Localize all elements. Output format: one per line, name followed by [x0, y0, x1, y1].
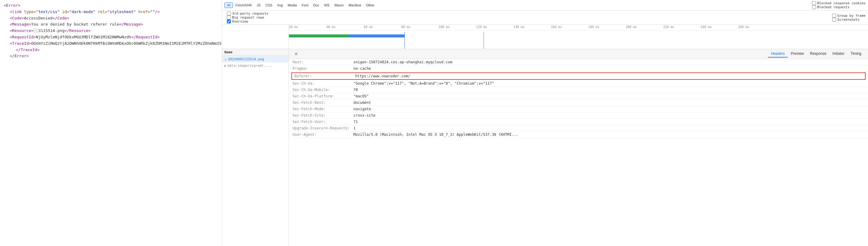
- xml-line-1: <link type="text/css" id="dark-mode" rel…: [4, 9, 218, 15]
- tab-response[interactable]: Response: [807, 50, 829, 57]
- header-row-secchuaplatform: Sec-Ch-Ua-Platform:"macOS": [289, 93, 868, 100]
- filter-checkboxes-right: Blocked response cookiesBlocked requests: [810, 1, 866, 9]
- header-field-value: Mozilla/5.0 (Macintosh; Intel Mac OS X 1…: [353, 132, 864, 137]
- tab-headers[interactable]: Headers: [768, 50, 788, 58]
- header-field-value: cross-site: [353, 113, 864, 117]
- filter-btn-media[interactable]: Media: [285, 2, 299, 8]
- header-row-secchua: Sec-Ch-Ua:"Google Chrome";v="117", "Not;…: [289, 80, 868, 87]
- ruler-tick-8: 180 ms: [589, 25, 599, 29]
- headers-panel: ✕ HeadersPreviewResponseInitiatorTiming …: [289, 49, 868, 246]
- header-row-referer: Referer:https://www.nowcoder.com/: [291, 73, 866, 80]
- bottom-area: Name ⚠ 20230903115514.png ▶ data:image/s…: [222, 49, 868, 246]
- filter-btn-css[interactable]: CSS: [263, 2, 275, 8]
- timeline-area: 20 ms40 ms60 ms80 ms100 ms120 ms140 ms16…: [222, 25, 868, 49]
- name-row-svg[interactable]: ▶ data:image/svg+xml,...: [222, 62, 289, 69]
- tab-timing[interactable]: Timing: [847, 50, 864, 57]
- checkbox-overview[interactable]: Overview: [227, 20, 268, 23]
- header-field-value: snigen-150724824.cos.ap-shanghai.myqclou…: [353, 60, 864, 64]
- header-row-useragent: User-Agent:Mozilla/5.0 (Macintosh; Intel…: [289, 132, 868, 138]
- checkbox-blocked-requests[interactable]: Blocked requests: [812, 5, 866, 9]
- expand-arrow-icon: ▶: [224, 64, 226, 67]
- checkbox-group-by-frame[interactable]: Group by frame: [832, 14, 866, 18]
- ruler-tick-6: 140 ms: [514, 25, 524, 29]
- filter-btn-fetch/xhr[interactable]: Fetch/XHR: [233, 2, 254, 8]
- filter-btn-img[interactable]: Img: [275, 2, 285, 8]
- tab-initiator[interactable]: Initiator: [829, 50, 847, 57]
- timeline-bars: [289, 32, 868, 49]
- ruler-tick-7: 160 ms: [551, 25, 562, 29]
- xml-line-6: <TraceId>OGVmYzZiMmQzYjA2OWNhODk0NTRkMTB…: [4, 40, 218, 47]
- xml-line-0: <Error>: [4, 2, 218, 9]
- name-row-label-png: 20230903115514.png: [228, 57, 264, 61]
- header-field-name: Sec-Fetch-Site:: [292, 113, 353, 117]
- header-field-name: Upgrade-Insecure-Requests:: [292, 126, 353, 130]
- filter-btn-ws[interactable]: WS: [321, 2, 332, 8]
- ruler-tick-9: 200 ms: [626, 25, 637, 29]
- filter-toolbar: AllFetch/XHRJSCSSImgMediaFontDocWSWasmMa…: [222, 0, 868, 11]
- header-row-pragma: Pragma:no-cache: [289, 65, 868, 72]
- header-row-secchuamobile: Sec-Ch-Ua-Mobile:?0: [289, 87, 868, 93]
- header-field-value: 1: [353, 126, 864, 130]
- timeline-chart: 20 ms40 ms60 ms80 ms100 ms120 ms140 ms16…: [289, 25, 868, 49]
- ruler-tick-0: 20 ms: [289, 25, 298, 29]
- filter-btn-js[interactable]: JS: [254, 2, 263, 8]
- filter-btn-font[interactable]: Font: [299, 2, 311, 8]
- headers-tabs: HeadersPreviewResponseInitiatorTiming: [768, 50, 864, 58]
- filter-checkboxes-group-frame: Group by frameScreenshots: [830, 14, 866, 22]
- xml-line-2: <Code>AccessDenied</Code>: [4, 15, 218, 22]
- xml-panel: <Error> <link type="text/css" id="dark-m…: [0, 0, 222, 246]
- header-field-name: User-Agent:: [292, 132, 353, 137]
- timeline-cursor: [404, 32, 405, 49]
- name-panel: Name ⚠ 20230903115514.png ▶ data:image/s…: [222, 49, 289, 246]
- header-field-value: https://www.nowcoder.com/: [355, 74, 863, 78]
- header-field-value: navigate: [353, 107, 864, 111]
- header-field-name: Sec-Fetch-User:: [292, 120, 353, 124]
- filter-buttons: AllFetch/XHRJSCSSImgMediaFontDocWSWasmMa…: [224, 2, 377, 8]
- name-row-png[interactable]: ⚠ 20230903115514.png: [222, 56, 289, 62]
- ruler-tick-2: 60 ms: [364, 25, 373, 29]
- checkbox-blocked-response-cookies[interactable]: Blocked response cookies: [812, 1, 866, 5]
- filter-btn-wasm[interactable]: Wasm: [332, 2, 346, 8]
- header-field-name: Sec-Ch-Ua-Mobile:: [292, 88, 353, 92]
- checkbox-3rd-party-requests[interactable]: 3rd-party requests: [227, 11, 268, 16]
- xml-line-4: <Resource> 3115514.png</Resource>: [4, 28, 218, 34]
- checkbox-screenshots[interactable]: Screenshots: [832, 18, 866, 22]
- headers-rows: Host:snigen-150724824.cos.ap-shanghai.my…: [289, 59, 868, 138]
- header-row-upgradeinsecurerequests: Upgrade-Insecure-Requests:1: [289, 125, 868, 132]
- ruler-tick-11: 240 ms: [701, 25, 712, 29]
- name-column-header: Name: [222, 49, 289, 56]
- header-field-name: Sec-Fetch-Dest:: [292, 101, 353, 105]
- header-row-host: Host:snigen-150724824.cos.ap-shanghai.my…: [289, 59, 868, 65]
- timeline-marker: [484, 32, 484, 49]
- header-field-value: "macOS": [353, 94, 864, 98]
- ruler-tick-10: 220 ms: [663, 25, 674, 29]
- header-field-value: "Google Chrome";v="117", "Not;A=Brand";v…: [353, 81, 864, 86]
- filter-btn-doc[interactable]: Doc: [311, 2, 322, 8]
- ruler-tick-3: 80 ms: [401, 25, 410, 29]
- header-field-name: Pragma:: [292, 66, 353, 71]
- header-row-secfetchdest: Sec-Fetch-Dest:document: [289, 100, 868, 106]
- header-field-name: Sec-Ch-Ua-Platform:: [292, 94, 353, 98]
- headers-tab-bar: ✕ HeadersPreviewResponseInitiatorTiming: [289, 49, 868, 59]
- filter-row2: 3rd-party requestsBig request rowsOvervi…: [222, 11, 868, 25]
- filter-btn-all[interactable]: All: [224, 2, 233, 8]
- filter-btn-manifest[interactable]: Manifest: [346, 2, 364, 8]
- devtools-network-panel: AllFetch/XHRJSCSSImgMediaFontDocWSWasmMa…: [222, 0, 868, 246]
- ruler-tick-1: 40 ms: [326, 25, 336, 29]
- header-field-value: ?0: [353, 88, 864, 92]
- close-panel-button[interactable]: ✕: [292, 51, 300, 57]
- timeline-label: [222, 25, 289, 49]
- header-field-name: Host:: [292, 60, 353, 64]
- checkbox-big-request-rows[interactable]: Big request rows: [227, 16, 268, 20]
- xml-line-8: </Error>: [4, 53, 218, 59]
- filter-checkboxes-left: 3rd-party requestsBig request rowsOvervi…: [224, 11, 268, 23]
- header-field-name: Sec-Fetch-Mode:: [292, 107, 353, 111]
- filter-btn-other[interactable]: Other: [364, 2, 377, 8]
- header-field-name: Sec-Ch-Ua:: [292, 81, 353, 86]
- ruler-tick-4: 100 ms: [439, 25, 450, 29]
- timeline-bar-green: [289, 34, 350, 37]
- tab-preview[interactable]: Preview: [788, 50, 807, 57]
- xml-line-3: <Message>You are denied by bucket refere…: [4, 21, 218, 28]
- error-icon: ⚠: [224, 57, 226, 61]
- xml-line-7: </TraceId>: [4, 47, 218, 53]
